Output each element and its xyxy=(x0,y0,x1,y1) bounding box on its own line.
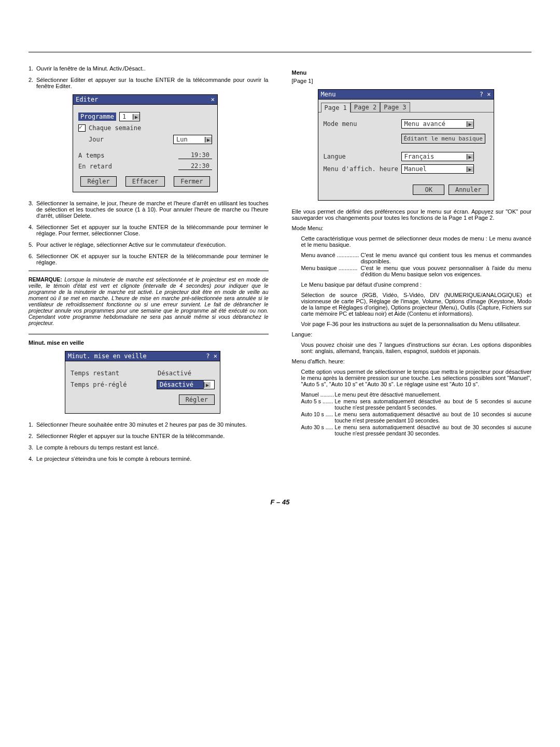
ok-button[interactable]: OK xyxy=(413,185,444,195)
text: Sélectionner OK et appuyer sur la touche… xyxy=(36,253,269,265)
chevron-down-icon[interactable]: ▶ xyxy=(133,114,139,120)
atemps-field[interactable]: 19:30 xyxy=(178,151,212,159)
page: 1. Ouvrir la fenêtre de la Minut. Activ.… xyxy=(0,0,560,522)
titlebar: Menu ? × xyxy=(318,89,494,100)
value: Désactivé xyxy=(158,370,215,377)
desc: C'est le menu que vous pouvez personnali… xyxy=(361,265,532,277)
programme-select[interactable]: 1 ▶ xyxy=(119,112,140,121)
desc: C'est le menu avancé qui contient tous l… xyxy=(361,252,532,264)
titlebar: Minut. mise en veille ? × xyxy=(65,351,220,361)
langue-heading: Langue: xyxy=(292,331,532,337)
mode-select[interactable]: Menu avancé ▶ xyxy=(401,119,474,129)
list-item: 6. Sélectionner OK et appuyer sur la tou… xyxy=(29,253,269,265)
minut-dialog: Minut. mise en veille ? × Temps restant … xyxy=(65,351,220,414)
desc: Le menu sera automatiquement désactivé a… xyxy=(335,411,532,424)
chevron-down-icon[interactable]: ▶ xyxy=(204,382,211,388)
button-row: Régler xyxy=(71,394,215,405)
button-row: OK Annuler xyxy=(318,185,494,195)
list-item: 1. Ouvrir la fenêtre de la Minut. Activ.… xyxy=(29,65,269,72)
def-row: Auto 10 s ..... Le menu sera automatique… xyxy=(301,411,532,424)
num: 3. xyxy=(29,444,36,450)
close-icon[interactable]: × xyxy=(211,96,215,103)
chaque-checkbox[interactable] xyxy=(78,124,86,132)
programme-row: Programme 1 ▶ xyxy=(78,112,212,121)
chevron-down-icon[interactable]: ▶ xyxy=(467,166,473,172)
desc: Le menu peut être désactivé manuellement… xyxy=(335,391,532,398)
chevron-down-icon[interactable]: ▶ xyxy=(467,121,473,127)
tabs: Page 1 Page 2 Page 3 xyxy=(318,100,494,112)
term: Auto 5 s ....... xyxy=(301,398,335,411)
list-item: 2. Sélectionner Régler et appuyer sur la… xyxy=(29,433,269,439)
value: Français xyxy=(402,152,467,161)
regler-button[interactable]: Régler xyxy=(80,176,116,187)
num: 4. xyxy=(29,456,36,462)
num: 4. xyxy=(29,224,36,236)
def-row: Manuel ......... Le menu peut être désac… xyxy=(301,391,532,398)
tab-page3[interactable]: Page 3 xyxy=(380,102,410,112)
tab-page1[interactable]: Page 1 xyxy=(321,103,351,112)
label: Mode menu xyxy=(324,120,401,128)
dialog-body: Page 1 Page 2 Page 3 Mode menu Menu avan… xyxy=(318,100,494,201)
menu-dialog: Menu ? × Page 1 Page 2 Page 3 Mode menu … xyxy=(318,89,494,201)
def-row: Auto 30 s ..... Le menu sera automatique… xyxy=(301,424,532,436)
text: Sélectionner la semaine, le jour, l'heur… xyxy=(36,200,269,219)
mode-heading: Mode Menu: xyxy=(292,225,532,231)
value: Lun xyxy=(174,135,205,144)
num: 6. xyxy=(29,253,36,265)
minut-heading: Minut. mise en veille xyxy=(29,340,269,346)
defaut-list: Sélection de source (RGB, Vidéo, S-Vidéo… xyxy=(301,292,532,317)
affich-desc: Cette option vous permet de sélectionner… xyxy=(301,369,532,387)
value: Manuel xyxy=(402,165,467,173)
term: Manuel ......... xyxy=(301,391,335,398)
top-rule xyxy=(29,52,531,52)
num: 5. xyxy=(29,242,36,248)
list-item: 3. Sélectionner la semaine, le jour, l'h… xyxy=(29,200,269,219)
effacer-button[interactable]: Effacer xyxy=(125,176,165,187)
jour-row: Jour Lun ▶ xyxy=(78,135,212,144)
text: Sélectionner Set et appuyer sur la touch… xyxy=(36,224,269,236)
edit-basique-button[interactable]: Éditant le menu basique xyxy=(401,134,485,144)
affich-select[interactable]: Manuel ▶ xyxy=(401,164,474,174)
text: Sélectionner l'heure souhaitée entre 30 … xyxy=(36,421,269,428)
langue-select[interactable]: Français ▶ xyxy=(401,152,474,161)
text: Le projecteur s'éteindra une fois le com… xyxy=(36,456,269,462)
list-item: 3. Le compte à rebours du temps restant … xyxy=(29,444,269,450)
dialog-title: Menu xyxy=(321,91,336,98)
right-column: Menu [Page 1] Menu ? × Page 1 Page 2 Pag… xyxy=(292,65,532,467)
term: Auto 30 s ..... xyxy=(301,424,335,436)
langue-row: Langue Français ▶ xyxy=(318,150,494,163)
jour-select[interactable]: Lun ▶ xyxy=(173,135,212,144)
chevron-down-icon[interactable]: ▶ xyxy=(467,154,473,160)
atemps-row: A temps 19:30 xyxy=(78,151,212,159)
desc: Le menu sera automatiquement désactivé a… xyxy=(335,424,532,436)
affich-row: Menu d'affich. heure Manuel ▶ xyxy=(318,163,494,175)
preregle-select[interactable]: Désactivé ▶ xyxy=(157,380,215,389)
temps-restant-row: Temps restant Désactivé xyxy=(71,370,215,377)
chaque-label: Chaque semaine xyxy=(89,124,141,132)
term: Menu avancé .............. xyxy=(301,252,361,264)
chevron-down-icon[interactable]: ▶ xyxy=(205,137,212,143)
rule xyxy=(29,334,269,334)
dialog-title: Minut. mise en veille xyxy=(68,353,147,360)
num: 2. xyxy=(29,433,36,439)
def-row: Menu basique ............ C'est le menu … xyxy=(301,265,532,277)
list-item: 1. Sélectionner l'heure souhaitée entre … xyxy=(29,421,269,428)
retard-field[interactable]: 22:30 xyxy=(178,162,212,170)
fermer-button[interactable]: Fermer xyxy=(174,176,209,187)
num: 1. xyxy=(29,421,36,428)
preregle-row: Temps pré-réglé Désactivé ▶ xyxy=(71,380,215,389)
jour-label: Jour xyxy=(89,136,104,143)
list-item: 5. Pour activer le réglage, sélectionner… xyxy=(29,242,269,248)
value: 1 xyxy=(120,112,133,121)
annuler-button[interactable]: Annuler xyxy=(449,185,488,195)
term: Auto 10 s ..... xyxy=(301,411,335,424)
def-row: Menu avancé .............. C'est le menu… xyxy=(301,252,532,264)
remark-text: Lorsque la minuterie de marche est sélec… xyxy=(29,276,269,326)
langue-desc: Vous pouvez choisir une des 7 langues d'… xyxy=(301,342,532,354)
mode-desc: Cette caractéristique vous permet de sél… xyxy=(301,235,532,248)
list-item: 4. Le projecteur s'éteindra une fois le … xyxy=(29,456,269,462)
regler-button[interactable]: Régler xyxy=(179,394,215,405)
dialog-body: Temps restant Désactivé Temps pré-réglé … xyxy=(65,361,220,414)
tab-page2[interactable]: Page 2 xyxy=(351,102,380,112)
remark: REMARQUE: Lorsque la minuterie de marche… xyxy=(29,276,269,326)
